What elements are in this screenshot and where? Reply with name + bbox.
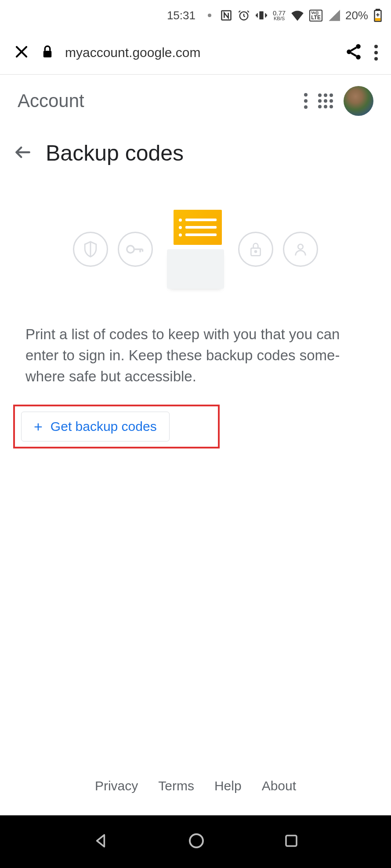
get-backup-codes-button[interactable]: + Get backup codes <box>21 412 170 441</box>
signal-icon <box>328 10 340 21</box>
codes-card-icon <box>163 210 228 289</box>
svg-point-13 <box>298 244 303 249</box>
status-time: 15:31 <box>167 9 196 22</box>
footer-link-help[interactable]: Help <box>214 778 242 793</box>
apps-grid-icon[interactable] <box>318 93 333 108</box>
svg-point-9 <box>356 55 361 60</box>
svg-rect-2 <box>259 11 263 20</box>
footer: Privacy Terms Help About <box>0 765 391 815</box>
plus-icon: + <box>34 419 43 434</box>
avatar[interactable] <box>344 86 373 116</box>
battery-icon <box>373 9 382 22</box>
share-icon[interactable] <box>344 43 363 63</box>
svg-rect-6 <box>43 50 51 57</box>
nfc-icon <box>220 9 232 22</box>
highlight-box: + Get backup codes <box>13 405 220 448</box>
footer-link-terms[interactable]: Terms <box>158 778 194 793</box>
data-rate-value: 0.77 <box>273 10 286 16</box>
account-header: Account <box>0 75 391 127</box>
hero-illustration <box>0 175 391 306</box>
account-more-icon[interactable] <box>304 93 308 109</box>
android-nav-bar <box>0 815 391 868</box>
shield-icon <box>73 232 108 267</box>
account-title: Account <box>18 90 293 111</box>
alarm-icon <box>238 9 250 22</box>
nav-recent-icon[interactable] <box>283 833 299 850</box>
footer-link-privacy[interactable]: Privacy <box>95 778 138 793</box>
description-text: Print a list of codes to keep with you t… <box>0 306 391 400</box>
padlock-icon <box>238 232 273 267</box>
status-dot-icon <box>208 14 211 17</box>
browser-bar: myaccount.google.com <box>0 31 391 75</box>
svg-rect-5 <box>375 18 381 21</box>
vibrate-icon <box>255 9 268 22</box>
svg-point-12 <box>255 251 257 252</box>
person-icon <box>283 232 318 267</box>
lock-icon <box>41 45 54 60</box>
svg-point-14 <box>190 834 203 847</box>
page-title: Backup codes <box>46 140 184 166</box>
browser-more-icon[interactable] <box>374 45 378 61</box>
data-rate-indicator: 0.77 KB/S <box>273 10 286 21</box>
svg-point-7 <box>356 44 361 49</box>
get-backup-codes-label: Get backup codes <box>51 419 157 434</box>
svg-rect-4 <box>376 9 380 11</box>
volte-icon: Vo)) LTE <box>309 10 322 22</box>
close-icon[interactable] <box>13 43 30 62</box>
status-bar: 15:31 0.77 KB/S Vo)) LTE 20% <box>0 0 391 31</box>
data-rate-unit: KB/S <box>274 16 285 21</box>
key-icon <box>118 232 153 267</box>
nav-back-icon[interactable] <box>92 832 109 851</box>
url-text[interactable]: myaccount.google.com <box>65 45 333 60</box>
back-arrow-icon[interactable] <box>13 143 33 164</box>
svg-rect-15 <box>286 836 297 846</box>
page-title-row: Backup codes <box>0 127 391 175</box>
svg-point-8 <box>347 49 351 54</box>
nav-home-icon[interactable] <box>188 832 205 851</box>
wifi-icon <box>291 10 304 21</box>
svg-point-10 <box>127 246 134 253</box>
battery-percent: 20% <box>345 9 368 22</box>
footer-link-about[interactable]: About <box>262 778 296 793</box>
